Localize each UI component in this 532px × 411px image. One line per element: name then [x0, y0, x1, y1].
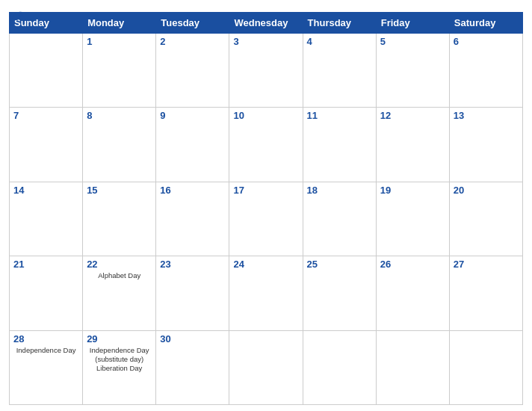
day-number: 22	[87, 259, 152, 270]
day-number: 2	[160, 36, 225, 47]
day-number: 28	[13, 333, 78, 344]
day-number: 27	[454, 259, 519, 270]
day-number: 14	[13, 185, 78, 196]
day-number: 18	[307, 185, 372, 196]
calendar-week-4: 2122Alphabet Day2324252627	[10, 256, 523, 330]
calendar-cell	[303, 330, 376, 404]
calendar-cell	[10, 34, 83, 108]
calendar-cell: 9	[156, 108, 229, 182]
calendar-cell: 16	[156, 182, 229, 256]
calendar-body: 12345678910111213141516171819202122Alpha…	[10, 34, 523, 405]
calendar-cell	[376, 330, 449, 404]
calendar-cell: 30	[156, 330, 229, 404]
day-events: Independence Day	[13, 346, 78, 355]
calendar-cell: 22Alphabet Day	[83, 256, 156, 330]
calendar-cell: 5	[376, 34, 449, 108]
calendar-header-row: SundayMondayTuesdayWednesdayThursdayFrid…	[10, 13, 523, 34]
day-number: 11	[307, 110, 372, 121]
calendar-cell: 13	[449, 108, 522, 182]
day-number: 4	[307, 36, 372, 47]
day-number: 1	[87, 36, 152, 47]
calendar-cell	[229, 330, 303, 404]
day-number: 8	[87, 110, 152, 121]
calendar-cell: 24	[229, 256, 303, 330]
weekday-header-tuesday: Tuesday	[156, 13, 229, 34]
calendar-cell: 15	[83, 182, 156, 256]
day-number: 20	[454, 185, 519, 196]
weekday-header-thursday: Thursday	[303, 13, 376, 34]
calendar-cell: 19	[376, 182, 449, 256]
calendar-cell	[449, 330, 522, 404]
calendar-cell: 3	[229, 34, 303, 108]
day-number: 24	[233, 259, 298, 270]
day-number: 5	[380, 36, 445, 47]
calendar-week-1: 123456	[10, 34, 523, 108]
day-number: 26	[380, 259, 445, 270]
day-number: 16	[160, 185, 225, 196]
day-number: 15	[87, 185, 152, 196]
calendar-cell: 6	[449, 34, 522, 108]
calendar-cell: 2	[156, 34, 229, 108]
day-number: 21	[13, 259, 78, 270]
calendar-cell: 1	[83, 34, 156, 108]
calendar-cell: 11	[303, 108, 376, 182]
calendar-week-3: 14151617181920	[10, 182, 523, 256]
calendar-cell: 7	[10, 108, 83, 182]
calendar-cell: 23	[156, 256, 229, 330]
weekday-header-wednesday: Wednesday	[229, 13, 303, 34]
day-number: 7	[13, 110, 78, 121]
calendar-cell: 18	[303, 182, 376, 256]
day-events: Independence Day (substitute day) Libera…	[87, 346, 152, 374]
day-number: 9	[160, 110, 225, 121]
calendar-cell: 28Independence Day	[10, 330, 83, 404]
logo-bird-icon	[9, 7, 25, 24]
calendar-cell: 25	[303, 256, 376, 330]
day-number: 25	[307, 259, 372, 270]
calendar-wrapper: SundayMondayTuesdayWednesdayThursdayFrid…	[0, 0, 532, 411]
calendar-cell: 4	[303, 34, 376, 108]
calendar-cell: 14	[10, 182, 83, 256]
calendar-cell: 20	[449, 182, 522, 256]
calendar-week-2: 78910111213	[10, 108, 523, 182]
calendar-cell: 12	[376, 108, 449, 182]
day-number: 29	[87, 333, 152, 344]
day-events: Alphabet Day	[87, 271, 152, 280]
weekday-header-friday: Friday	[376, 13, 449, 34]
weekday-header-monday: Monday	[83, 13, 156, 34]
day-number: 12	[380, 110, 445, 121]
day-number: 17	[233, 185, 298, 196]
day-number: 3	[233, 36, 298, 47]
day-number: 6	[454, 36, 519, 47]
weekday-header-saturday: Saturday	[449, 13, 522, 34]
calendar-cell: 17	[229, 182, 303, 256]
day-number: 10	[233, 110, 298, 121]
logo	[9, 7, 27, 24]
day-number: 23	[160, 259, 225, 270]
calendar-cell: 10	[229, 108, 303, 182]
calendar-cell: 21	[10, 256, 83, 330]
calendar-cell: 8	[83, 108, 156, 182]
calendar-week-5: 28Independence Day29Independence Day (su…	[10, 330, 523, 404]
day-number: 30	[160, 333, 225, 344]
calendar-cell: 26	[376, 256, 449, 330]
day-number: 13	[454, 110, 519, 121]
calendar-cell: 27	[449, 256, 522, 330]
calendar-cell: 29Independence Day (substitute day) Libe…	[83, 330, 156, 404]
day-number: 19	[380, 185, 445, 196]
calendar-table: SundayMondayTuesdayWednesdayThursdayFrid…	[9, 12, 523, 405]
